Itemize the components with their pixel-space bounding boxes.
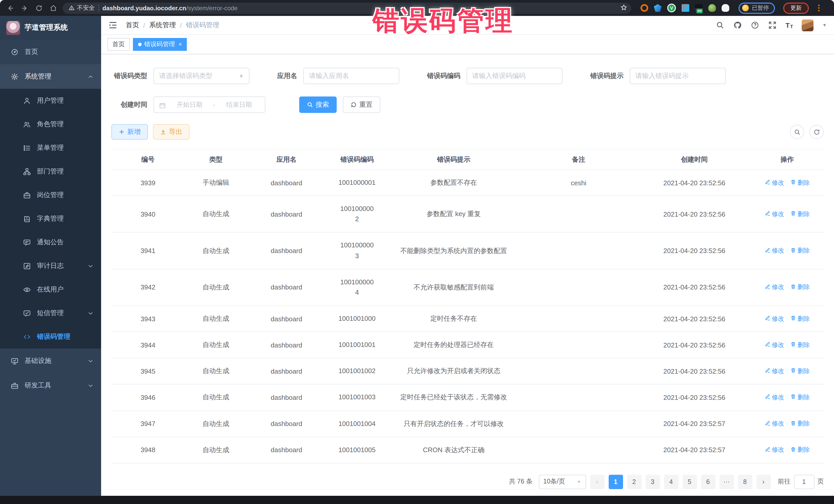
sidebar-item-org-tree[interactable]: 部门管理 xyxy=(0,160,101,183)
page-button-5[interactable]: 5 xyxy=(682,475,697,489)
delete-link[interactable]: 删除 xyxy=(790,314,810,323)
extension-ghost-icon[interactable] xyxy=(722,4,729,12)
delete-link[interactable]: 删除 xyxy=(790,210,810,219)
edit-link[interactable]: 修改 xyxy=(765,178,784,187)
cell-actions: 修改删除 xyxy=(751,306,824,332)
browser-update-button[interactable]: 更新 xyxy=(783,2,809,14)
delete-link[interactable]: 删除 xyxy=(790,367,810,376)
sidebar-item-menu-list[interactable]: 菜单管理 xyxy=(0,136,101,160)
edit-link[interactable]: 修改 xyxy=(765,314,784,323)
page-button-6[interactable]: 6 xyxy=(701,475,715,489)
delete-link[interactable]: 删除 xyxy=(790,341,810,349)
font-size-icon[interactable]: TT xyxy=(786,21,793,29)
extension-grid-icon[interactable] xyxy=(682,4,689,12)
app-logo-row[interactable]: 芋道管理系统 xyxy=(0,16,101,40)
sidebar-item-gear[interactable]: 系统管理 xyxy=(0,64,101,89)
filter-input[interactable]: 请输入错误码编码 xyxy=(466,68,563,84)
extension-orange-icon[interactable] xyxy=(640,4,648,12)
header-search-icon[interactable] xyxy=(716,21,724,29)
extension-gem-icon[interactable] xyxy=(654,4,662,12)
edit-link[interactable]: 修改 xyxy=(765,393,784,402)
breadcrumb-system[interactable]: 系统管理 xyxy=(149,21,176,30)
filter-input[interactable]: 请输入应用名 xyxy=(303,68,399,84)
bookmark-star-icon[interactable] xyxy=(620,3,627,13)
page-button-1[interactable]: 1 xyxy=(609,475,623,489)
home-icon[interactable] xyxy=(48,3,59,13)
goto-page-input[interactable]: 1 xyxy=(794,475,814,489)
extension-switch-icon[interactable]: on xyxy=(695,4,703,12)
add-button[interactable]: 新增 xyxy=(111,124,148,139)
filter-select[interactable]: 请选择错误码类型▼ xyxy=(153,68,249,84)
back-icon[interactable] xyxy=(5,3,15,13)
help-icon[interactable] xyxy=(751,21,759,29)
sidebar-item-dev-tools[interactable]: 研发工具 xyxy=(0,373,101,398)
page-button-3[interactable]: 3 xyxy=(645,475,660,489)
security-warning[interactable]: 不安全 xyxy=(69,4,95,12)
page-button-8[interactable]: 8 xyxy=(738,475,752,489)
edit-link[interactable]: 修改 xyxy=(765,210,784,219)
chevron-down-icon xyxy=(88,382,94,389)
edit-link[interactable]: 修改 xyxy=(765,341,784,349)
edit-link[interactable]: 修改 xyxy=(765,246,784,255)
edit-link[interactable]: 修改 xyxy=(765,367,784,376)
filter-input[interactable]: 请输入错误码提示 xyxy=(630,68,726,84)
sidebar-item-briefcase[interactable]: 岗位管理 xyxy=(0,183,101,207)
delete-link[interactable]: 删除 xyxy=(790,446,810,455)
browser-menu-icon[interactable] xyxy=(816,5,821,11)
more-pages-button[interactable]: ··· xyxy=(719,475,734,489)
delete-link[interactable]: 删除 xyxy=(790,393,810,402)
forward-icon[interactable] xyxy=(20,3,30,13)
extension-green-icon[interactable] xyxy=(708,4,716,12)
sidebar-item-audit-log[interactable]: 审计日志 xyxy=(0,254,101,278)
sidebar-item-infrastructure[interactable]: 基础设施 xyxy=(0,349,101,373)
delete-link[interactable]: 删除 xyxy=(790,283,810,292)
cell-app: dashboard xyxy=(247,332,326,358)
error-code-value: 4 xyxy=(329,287,385,298)
reload-icon[interactable] xyxy=(34,3,44,13)
github-icon[interactable] xyxy=(733,21,742,29)
sidebar-item-dashboard[interactable]: 首页 xyxy=(0,40,101,64)
avatar-caret-icon[interactable]: ▼ xyxy=(822,23,827,28)
cell-id: 3945 xyxy=(111,358,184,385)
refresh-button[interactable] xyxy=(809,125,824,139)
extension-check-icon[interactable]: V xyxy=(667,4,676,12)
delete-link[interactable]: 删除 xyxy=(790,419,810,428)
filter-group: 错误码提示请输入错误码提示 xyxy=(590,68,726,84)
sidebar-item-code[interactable]: 错误码管理 xyxy=(0,325,101,349)
sidebar-item-dictionary[interactable]: 字典管理 xyxy=(0,207,101,231)
sidebar-item-sms[interactable]: 短信管理 xyxy=(0,301,101,325)
sidebar-item-online-user[interactable]: 在线用户 xyxy=(0,278,101,301)
delete-link[interactable]: 删除 xyxy=(790,178,810,187)
start-date-input[interactable]: 开始日期 xyxy=(169,100,210,109)
browser-profile-chip[interactable]: 已暂停 xyxy=(739,2,775,14)
toggle-search-button[interactable] xyxy=(790,125,804,139)
fullscreen-icon[interactable] xyxy=(768,21,777,29)
reset-button[interactable]: 重置 xyxy=(343,96,380,113)
export-button[interactable]: 导出 xyxy=(153,124,190,139)
edit-link[interactable]: 修改 xyxy=(765,283,784,292)
date-range-picker[interactable]: 开始日期 - 结束日期 xyxy=(153,96,265,113)
filter-group: 错误码编码请输入错误码编码 xyxy=(427,68,563,84)
date-separator: - xyxy=(213,101,215,108)
edit-link[interactable]: 修改 xyxy=(765,446,784,455)
breadcrumb-home[interactable]: 首页 xyxy=(126,21,139,30)
next-page-button[interactable]: › xyxy=(756,475,771,489)
prev-page-button[interactable]: ‹ xyxy=(590,475,604,489)
page-size-select[interactable]: 10条/页▼ xyxy=(539,475,586,489)
sidebar-item-announcement[interactable]: 通知公告 xyxy=(0,231,101,254)
delete-link[interactable]: 删除 xyxy=(790,246,810,255)
sidebar-item-user[interactable]: 用户管理 xyxy=(0,89,101,112)
menu-list-icon xyxy=(23,144,31,152)
address-bar[interactable]: 不安全 dashboard.yudao.iocoder.cn/system/er… xyxy=(63,2,631,14)
sidebar-item-users[interactable]: 角色管理 xyxy=(0,112,101,136)
tag-tab[interactable]: 错误码管理× xyxy=(133,38,187,51)
hamburger-icon[interactable] xyxy=(108,21,117,30)
page-button-4[interactable]: 4 xyxy=(664,475,678,489)
tag-tab[interactable]: 首页 xyxy=(107,38,130,51)
search-button[interactable]: 搜索 xyxy=(299,96,337,113)
end-date-input[interactable]: 结束日期 xyxy=(218,100,260,109)
tab-close-icon[interactable]: × xyxy=(179,42,182,47)
edit-link[interactable]: 修改 xyxy=(765,419,784,428)
user-avatar[interactable] xyxy=(802,19,813,31)
page-button-2[interactable]: 2 xyxy=(627,475,641,489)
